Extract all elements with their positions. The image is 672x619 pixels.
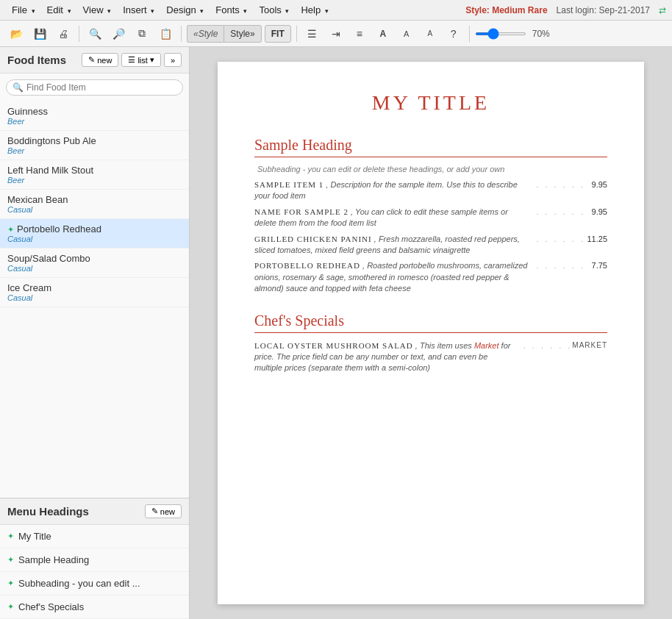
search-icon: 🔍 — [12, 82, 24, 93]
prev-style-btn[interactable]: «Style — [187, 25, 224, 43]
section1-heading: Sample Heading — [254, 137, 607, 154]
menu-item-row-3: GRILLED CHICKEN PANINI , Fresh mozzarell… — [254, 234, 607, 257]
section2-heading: Chef's Specials — [254, 312, 607, 329]
menu-item-row-4: PORTOBELLO REDHEAD , Roasted portobello … — [254, 260, 607, 294]
menu-fonts[interactable]: Fonts ▾ — [210, 1, 253, 18]
heading-my-title[interactable]: ✦ My Title — [0, 525, 189, 548]
menu-help[interactable]: Help ▾ — [295, 1, 334, 18]
new-heading-btn[interactable]: ✎ new — [145, 504, 182, 518]
sep1 — [79, 26, 79, 42]
edit-icon2: ✎ — [151, 507, 158, 516]
heading-icon-1: ✦ — [7, 532, 14, 541]
menu-view[interactable]: View ▾ — [77, 1, 118, 18]
food-items-label: Food Items — [7, 54, 66, 66]
food-item-left-hand[interactable]: Left Hand Milk Stout Beer — [0, 160, 189, 190]
sep3 — [296, 26, 297, 42]
main-layout: Food Items ✎ new ☰ list ▾ » 🔍 Guinness — [0, 47, 672, 619]
heading-icon-2: ✦ — [7, 555, 14, 565]
page: MY TITLE Sample Heading Subheading - you… — [218, 62, 644, 604]
save-btn[interactable]: 💾 — [29, 24, 50, 43]
search-box: 🔍 — [6, 79, 183, 96]
zoom-label: 70% — [532, 29, 550, 39]
menu-headings-header: Menu Headings ✎ new — [0, 498, 189, 525]
heading-subheading[interactable]: ✦ Subheading - you can edit ... — [0, 572, 189, 595]
menu-tools[interactable]: Tools ▾ — [253, 1, 295, 18]
content-area: MY TITLE Sample Heading Subheading - you… — [190, 47, 672, 619]
connection-icon: ⇄ — [659, 5, 666, 15]
menu-headings-label: Menu Headings — [7, 505, 89, 518]
menu-headings-section: Menu Headings ✎ new ✦ My Title ✦ Sample … — [0, 498, 189, 619]
menu-design[interactable]: Design ▾ — [160, 1, 210, 18]
fit-btn[interactable]: FIT — [265, 25, 291, 43]
sep4 — [469, 26, 470, 42]
indent-btn[interactable]: ⇥ — [326, 24, 346, 43]
list-icon: ☰ — [128, 55, 135, 65]
section2-underline — [254, 332, 607, 333]
menu-insert[interactable]: Insert ▾ — [117, 1, 160, 18]
list-view-btn[interactable]: ☰ list ▾ — [121, 53, 160, 67]
list-style-btn[interactable]: ☰ — [302, 24, 323, 43]
doc-title[interactable]: MY TITLE — [254, 91, 607, 115]
zoom-out-btn[interactable]: 🔎 — [108, 24, 129, 43]
section1-underline — [254, 157, 607, 157]
zoom-slider[interactable] — [475, 32, 526, 35]
text-size3-btn[interactable]: A — [420, 24, 440, 43]
text-size-btn[interactable]: A — [373, 24, 393, 43]
menubar: File ▾ Edit ▾ View ▾ Insert ▾ Design ▾ F… — [0, 0, 672, 21]
section1-subheading: Subheading - you can edit or delete thes… — [254, 165, 607, 173]
last-login: Last login: Sep-21-2017 — [557, 5, 650, 15]
food-item-mexican-bean[interactable]: Mexican Bean Casual — [0, 190, 189, 219]
help-btn[interactable]: ? — [443, 24, 464, 43]
section1: Sample Heading Subheading - you can edit… — [254, 137, 607, 295]
new-food-btn[interactable]: ✎ new — [82, 53, 118, 67]
food-item-guinness[interactable]: Guinness Beer — [0, 101, 189, 131]
menu-edit[interactable]: Edit ▾ — [41, 1, 77, 18]
portobello-icon: ✦ — [7, 225, 14, 234]
heading-chefs-specials[interactable]: ✦ Chef's Specials — [0, 595, 189, 619]
menu-file[interactable]: File ▾ — [6, 1, 41, 18]
food-list: Guinness Beer Boddingtons Pub Ale Beer L… — [0, 101, 189, 498]
search-input[interactable] — [26, 82, 176, 93]
oyster-row: LOCAL OYSTER MUSHROOM SALAD , This item … — [254, 340, 607, 374]
heading-icon-3: ✦ — [7, 579, 14, 588]
food-item-ice-cream[interactable]: Ice Cream Casual — [0, 278, 189, 307]
expand-btn[interactable]: » — [164, 53, 182, 67]
paste-btn[interactable]: 📋 — [155, 24, 176, 43]
style-selector: «Style Style» — [187, 25, 262, 43]
menu-item-row-1: SAMPLE ITEM 1 , Description for the samp… — [254, 179, 607, 202]
zoom-in-btn[interactable]: 🔍 — [85, 24, 105, 43]
menu-item-row-2: NAME FOR SAMPLE 2 , You can click to edi… — [254, 207, 607, 229]
food-item-soup-salad[interactable]: Soup/Salad Combo Casual — [0, 248, 189, 278]
sidebar: Food Items ✎ new ☰ list ▾ » 🔍 Guinness — [0, 47, 190, 619]
food-items-header: Food Items ✎ new ☰ list ▾ » — [0, 47, 189, 74]
chevron-down-icon: ▾ — [150, 55, 154, 65]
style-label: Style: Medium Rare — [465, 5, 547, 15]
heading-icon-4: ✦ — [7, 602, 14, 612]
section2: Chef's Specials LOCAL OYSTER MUSHROOM SA… — [254, 312, 607, 374]
open-btn[interactable]: 📂 — [6, 24, 26, 43]
print-btn[interactable]: 🖨 — [53, 24, 74, 43]
next-style-btn[interactable]: Style» — [224, 25, 261, 43]
food-item-portobello[interactable]: ✦Portobello Redhead Casual — [0, 219, 189, 248]
headings-actions: ✎ new — [145, 504, 182, 518]
toolbar: 📂 💾 🖨 🔍 🔎 ⧉ 📋 «Style Style» FIT ☰ ⇥ ≡ A … — [0, 21, 672, 47]
text-size2-btn[interactable]: A — [396, 24, 417, 43]
edit-icon: ✎ — [88, 55, 95, 65]
copy-btn[interactable]: ⧉ — [132, 24, 152, 43]
heading-sample-heading[interactable]: ✦ Sample Heading — [0, 548, 189, 572]
sep2 — [181, 26, 182, 42]
food-items-actions: ✎ new ☰ list ▾ » — [82, 53, 182, 67]
food-item-boddingtons[interactable]: Boddingtons Pub Ale Beer — [0, 131, 189, 160]
align-btn[interactable]: ≡ — [349, 24, 370, 43]
